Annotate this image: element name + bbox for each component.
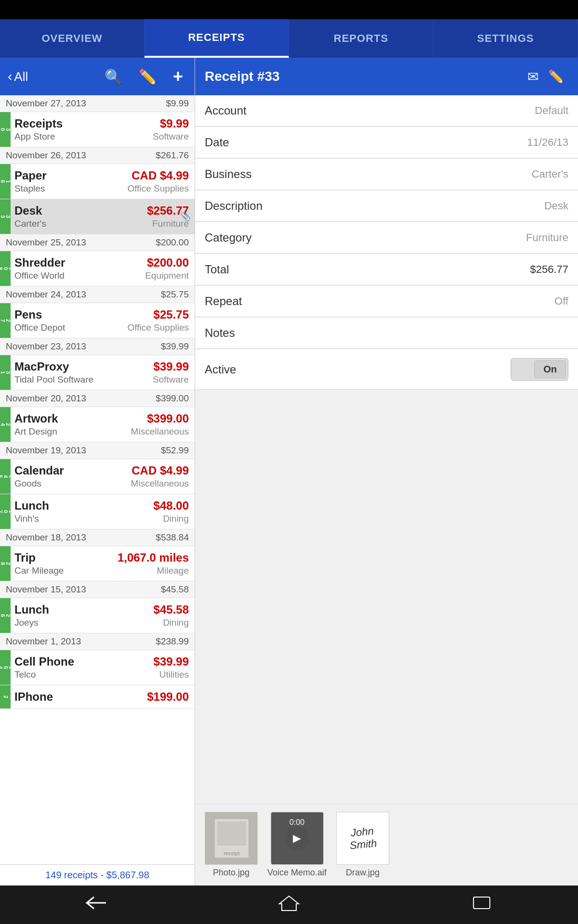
date-label: November 1, 2013 — [6, 636, 81, 647]
item-indicator: 24 — [0, 407, 11, 442]
date-header: November 15, 2013 $45.58 — [0, 581, 195, 598]
detail-row-description: Description Desk — [195, 191, 578, 222]
search-icon[interactable]: 🔍 — [101, 66, 126, 87]
attachment-icon: 📎 — [180, 211, 191, 222]
item-cat: Office Supplies — [128, 183, 189, 194]
item-sub: Joeys — [14, 617, 39, 628]
date-amount: $39.99 — [161, 341, 189, 352]
date-label: November 26, 2013 — [6, 150, 86, 161]
list-item[interactable]: 28 Trip 1,067.0 miles Car Mileage Mileag… — [0, 546, 195, 581]
field-label-active: Active — [205, 363, 236, 376]
date-amount: $399.00 — [156, 393, 189, 404]
back-button[interactable]: ‹ All — [8, 69, 28, 84]
field-label-repeat: Repeat — [205, 295, 242, 308]
back-nav-button[interactable] — [84, 893, 108, 916]
date-amount: $45.58 — [161, 584, 189, 595]
date-label: November 15, 2013 — [6, 584, 86, 595]
item-name: Shredder — [14, 256, 65, 270]
home-nav-button[interactable] — [277, 893, 301, 916]
attachment-voice[interactable]: 0:00 ▶ Voice Memo.aif — [267, 812, 327, 878]
list-item[interactable]: 24 Artwork $399.00 Art Design Miscellane… — [0, 407, 195, 442]
date-label: November 27, 2013 — [6, 98, 86, 109]
item-amount: $25.75 — [154, 308, 189, 321]
item-sub: Art Design — [14, 426, 57, 437]
tab-overview[interactable]: OVERVIEW — [0, 19, 144, 58]
voice-label: Voice Memo.aif — [267, 868, 327, 878]
chevron-left-icon: ‹ — [8, 69, 12, 84]
svg-text:receipt: receipt — [223, 850, 239, 856]
toggle-on-label: On — [534, 360, 566, 378]
field-label-category: Category — [205, 231, 251, 244]
active-toggle[interactable]: On — [511, 358, 568, 381]
tab-receipts[interactable]: RECEIPTS — [144, 19, 289, 58]
item-sub: Staples — [14, 183, 45, 194]
item-sub: Goods — [14, 478, 41, 489]
list-item[interactable]: 16 Paper CAD $4.99 Staples Office Suppli… — [0, 164, 195, 199]
item-name: Lunch — [14, 499, 49, 513]
item-amount: $39.99 — [154, 360, 189, 373]
list-item[interactable]: 26 Lunch $45.58 Joeys Dining — [0, 598, 195, 633]
detail-row-repeat: Repeat Off — [195, 286, 578, 317]
date-header: November 25, 2013 $200.00 — [0, 234, 195, 251]
detail-row-notes: Notes — [195, 318, 578, 349]
item-indicator: 30 — [0, 112, 11, 147]
date-amount: $52.99 — [161, 445, 189, 456]
voice-timer: 0:00 — [289, 818, 304, 827]
list-item[interactable]: 108 Shredder $200.00 Office World Equipm… — [0, 251, 195, 286]
left-panel: ‹ All 🔍 ✏️ + November 27, 2013 $9.99 30 … — [0, 58, 195, 886]
tab-settings[interactable]: SETTINGS — [434, 19, 578, 58]
item-amount: $199.00 — [147, 690, 189, 704]
list-item[interactable]: 145 Calendar CAD $4.99 Goods Miscellaneo… — [0, 459, 195, 494]
draw-thumb: JohnSmith — [336, 812, 389, 865]
item-sub: Office Depot — [14, 322, 65, 333]
item-sub: Car Mileage — [14, 565, 64, 576]
edit-icon[interactable]: ✏️ — [135, 66, 160, 87]
bottom-nav — [0, 886, 578, 924]
item-indicator: 26 — [0, 598, 11, 633]
recent-nav-button[interactable] — [470, 893, 494, 916]
svg-marker-5 — [279, 896, 299, 911]
item-name: Calendar — [14, 464, 64, 477]
left-toolbar: ‹ All 🔍 ✏️ + — [0, 58, 195, 95]
status-bar — [0, 0, 578, 19]
list-item[interactable]: 31 MacProxy $39.99 Tidal Pool Software S… — [0, 355, 195, 390]
tab-reports[interactable]: REPORTS — [289, 19, 434, 58]
item-cat: Dining — [163, 513, 189, 524]
receipt-detail: Account Default Date 11/26/13 Business C… — [195, 95, 578, 804]
list-item-desk[interactable]: 33 Desk $256.77 Carter's Furniture 📎 — [0, 199, 195, 234]
list-item[interactable]: 27 Pens $25.75 Office Depot Office Suppl… — [0, 303, 195, 338]
field-label-total: Total — [205, 263, 229, 276]
receipt-title: Receipt #33 — [205, 69, 523, 84]
item-name: MacProxy — [14, 360, 69, 373]
play-button[interactable]: ▶ — [285, 826, 309, 850]
field-value-description: Desk — [544, 200, 568, 212]
list-item[interactable]: 107 Lunch $48.00 Vinh's Dining — [0, 494, 195, 529]
date-header: November 24, 2013 $25.75 — [0, 286, 195, 303]
receipt-list: November 27, 2013 $9.99 30 Receipts $9.9… — [0, 95, 195, 864]
item-amount: CAD $4.99 — [131, 169, 189, 182]
email-icon[interactable]: ✉ — [523, 67, 543, 87]
field-value-business: Carter's — [532, 168, 568, 180]
voice-thumb: 0:00 ▶ — [271, 812, 324, 865]
list-item[interactable]: 2 IPhone $199.00 — [0, 685, 195, 709]
item-indicator: 154 — [0, 650, 11, 685]
item-cat: Miscellaneous — [131, 426, 189, 437]
detail-row-business: Business Carter's — [195, 159, 578, 190]
add-button[interactable]: + — [169, 64, 187, 89]
date-header: November 26, 2013 $261.76 — [0, 147, 195, 164]
attachment-draw[interactable]: JohnSmith Draw.jpg — [336, 812, 389, 878]
item-cat: Software — [153, 374, 189, 385]
summary-text: 149 receipts - $5,867.98 — [45, 870, 149, 880]
toggle-switch[interactable]: On — [511, 358, 568, 381]
svg-rect-2 — [217, 821, 246, 846]
list-item[interactable]: 30 Receipts $9.99 App Store Software — [0, 112, 195, 147]
edit-detail-icon[interactable]: ✏️ — [543, 67, 568, 86]
attachment-photo[interactable]: receipt Photo.jpg — [205, 812, 258, 878]
date-label: November 19, 2013 — [6, 445, 86, 456]
attachments-area: receipt Photo.jpg 0:00 ▶ Voice Memo.aif … — [195, 804, 578, 886]
date-label: November 18, 2013 — [6, 532, 86, 543]
item-name: Pens — [14, 308, 42, 321]
item-cat: Utilities — [159, 669, 189, 680]
item-indicator: 145 — [0, 459, 11, 494]
list-item[interactable]: 154 Cell Phone $39.99 Telco Utilities — [0, 650, 195, 685]
